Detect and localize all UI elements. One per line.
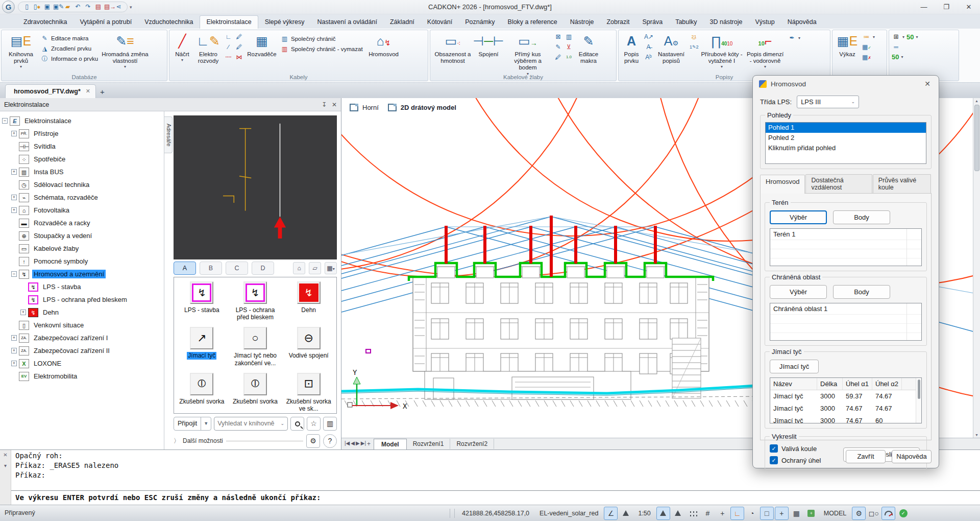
- tree-item-lps-ochrana-p-ed-bleskem[interactable]: ↯ LPS - ochrana před bleskem: [0, 293, 164, 306]
- new-template-icon[interactable]: ▯✱: [33, 3, 41, 11]
- jimaci-tyc-table[interactable]: NázevDélkaÚhel α1Úhel α2 Jímací tyč30005…: [770, 377, 922, 423]
- tray-pen-icon[interactable]: 🖉: [554, 53, 562, 61]
- symbol-item-vodiv-spojen-[interactable]: ⊖ Vodivé spojení: [282, 327, 335, 367]
- ribbon-tab-n-pov-da[interactable]: Nápověda: [781, 15, 823, 29]
- tree-item-p-stroje[interactable]: + PŘ. Přístroje: [0, 127, 164, 140]
- ribbon-tab-elektroinstalace[interactable]: Elektroinstalace: [200, 15, 258, 29]
- status-settings-icon[interactable]: ⚙: [852, 507, 866, 520]
- primy-kus-button[interactable]: ▭→ Přímý kus výběrem a bodem▾: [504, 32, 551, 72]
- label-strike-icon[interactable]: A̶: [644, 43, 653, 51]
- zrcadleni-prvku-button[interactable]: ◮Zrcadlení prvku: [40, 44, 98, 53]
- label-small-icon[interactable]: Aᵇ: [644, 53, 653, 61]
- view-cube-icon[interactable]: [350, 104, 358, 111]
- teren-item[interactable]: Terén 1: [770, 229, 921, 240]
- letter-tab-c[interactable]: C: [226, 262, 248, 275]
- help-icon[interactable]: ?: [323, 434, 337, 448]
- new-file-icon[interactable]: ▯: [22, 3, 31, 11]
- app-logo-icon[interactable]: G: [2, 1, 15, 13]
- column-header[interactable]: Délka: [817, 378, 843, 390]
- tree-expander-icon[interactable]: +: [11, 361, 17, 366]
- tree-item-venkovn-situace[interactable]: ▯ Venkovní situace: [0, 319, 164, 331]
- status-ok-icon[interactable]: ✓: [896, 507, 910, 520]
- tree-item-stoupa-ky-a-veden-[interactable]: ⊕ Stoupačky a vedení: [0, 229, 164, 242]
- layout-nav-buttons[interactable]: |◀ ◀ ▶ ▶| +: [341, 440, 374, 447]
- ribbon-tab-pozn-mky[interactable]: Poznámky: [459, 15, 501, 29]
- tree-expander-icon[interactable]: +: [11, 195, 17, 200]
- search-input[interactable]: [217, 420, 280, 427]
- command-prompt[interactable]: Ve výkresu ENTER potvrdí nebo ESC zruší …: [11, 490, 980, 505]
- scale-bottom-value[interactable]: 50: [892, 53, 899, 61]
- search-chevron-icon[interactable]: ⌄: [280, 421, 284, 426]
- view-direction-label[interactable]: Horní: [362, 104, 379, 111]
- table-delete-icon[interactable]: ▦✗: [862, 53, 871, 61]
- gear-icon[interactable]: ⚙: [306, 434, 320, 448]
- pohled-item[interactable]: Pohled 1: [766, 123, 926, 133]
- symbol-item-lps-ochrana-p-ed-bleskem[interactable]: ↯ LPS - ochrana před bleskem: [229, 281, 282, 322]
- status-otrack-icon[interactable]: ◔: [745, 507, 759, 520]
- favorites-star-icon[interactable]: ☆: [307, 417, 321, 431]
- spolecny-chranic-button[interactable]: ▥Společný chránič: [280, 35, 363, 43]
- tree-item-fotovoltaika[interactable]: + ⌂ Fotovoltaika: [0, 204, 164, 217]
- layout-tab-rozvržení2[interactable]: Rozvržení2: [450, 439, 494, 449]
- tree-expander-icon[interactable]: +: [11, 348, 17, 353]
- doc-close-icon[interactable]: ✕: [86, 88, 90, 94]
- prirubove-koty-button[interactable]: ∏4010 Přírubové kóty - vytažené I▾: [701, 32, 743, 72]
- tree-expander-icon[interactable]: +: [11, 169, 17, 175]
- status-scale-value[interactable]: 1:50: [633, 510, 655, 517]
- ribbon-tab-tabulky[interactable]: Tabulky: [669, 15, 703, 29]
- tree-item-spot-ebi-e[interactable]: ⁘ Spotřebiče: [0, 153, 164, 165]
- ribbon-tab-vzduchotechnika[interactable]: Vzduchotechnika: [138, 15, 199, 29]
- tree-expander-icon[interactable]: +: [20, 310, 26, 315]
- library-search-box[interactable]: ⌄: [214, 417, 288, 431]
- symbol-item-dehn[interactable]: ↯ Dehn: [282, 281, 335, 322]
- status-annotation-scale-icon[interactable]: [619, 507, 632, 520]
- cmd-expand-icon[interactable]: ▾: [4, 463, 7, 468]
- columns-icon[interactable]: ▥: [323, 417, 337, 431]
- ribbon-tab-zdravotechnika[interactable]: Zdravotechnika: [17, 15, 73, 29]
- visual-style-label[interactable]: 2D drátový model: [401, 104, 456, 111]
- cmd-close-icon[interactable]: ✕: [3, 452, 7, 458]
- pohled-item[interactable]: Kliknutím přidat pohled: [766, 143, 926, 153]
- pin-icon[interactable]: ↧: [322, 101, 327, 108]
- visual-style-icon[interactable]: [388, 104, 397, 111]
- chranena-oblast-list[interactable]: Chráněná oblast 1: [770, 303, 922, 341]
- tray-edit-icon[interactable]: ✎: [554, 43, 562, 51]
- dialog-tab-pr-v-s-valiv-koule[interactable]: Průvěs valivé koule: [873, 174, 931, 193]
- number-21-icon[interactable]: 2̲1: [690, 33, 698, 41]
- status-grid-icon[interactable]: #: [701, 507, 715, 520]
- ribbon-tab-zobrazit[interactable]: Zobrazit: [600, 15, 635, 29]
- cable-dashed-icon[interactable]: ᠁: [224, 53, 233, 61]
- tree-item-pomocn-symboly[interactable]: ↑ Pomocné symboly: [0, 255, 164, 268]
- vertical-scrollbar[interactable]: ▲ ▼: [973, 98, 980, 438]
- popis-prvku-button[interactable]: A Popis prvku: [621, 32, 642, 72]
- letter-tab-b[interactable]: B: [200, 262, 222, 275]
- expand-chevron-icon[interactable]: 〉: [174, 437, 180, 445]
- add-layout-icon[interactable]: +: [367, 440, 371, 447]
- layout-tab-rozvržení1[interactable]: Rozvržení1: [407, 439, 451, 449]
- ribbon-tab-spr-va[interactable]: Správa: [636, 15, 669, 29]
- teren-body-button[interactable]: Body: [833, 210, 890, 224]
- tree-item-insta-bus[interactable]: + ▥ Insta BUS: [0, 165, 164, 178]
- undo-icon[interactable]: ↶: [74, 3, 82, 11]
- zavrit-button[interactable]: Zavřít: [846, 450, 886, 463]
- cable-brush2-icon[interactable]: 🖉: [235, 43, 243, 51]
- napoveda-button[interactable]: Nápověda: [892, 450, 932, 463]
- teren-list[interactable]: Terén 1: [770, 228, 922, 266]
- pohled-item[interactable]: Pohled 2: [766, 133, 926, 143]
- eyedropper-icon[interactable]: ✒: [788, 34, 796, 42]
- nacrt-button[interactable]: ╱ Náčrt▾: [172, 32, 192, 72]
- status-annotation-autoscale-icon[interactable]: [656, 507, 670, 520]
- status-hatch-icon[interactable]: ▦: [790, 507, 803, 520]
- print-icon[interactable]: ▤: [94, 3, 103, 11]
- jimaci-tyc-button[interactable]: Jímací tyč: [770, 360, 819, 373]
- nastaveni-popisu-button[interactable]: A⚙ Nastavení popisů: [655, 32, 687, 72]
- dialog-tab-dostate-n-vzd-lenost[interactable]: Dostatečná vzdálenost: [805, 174, 872, 193]
- list-icon[interactable]: ≔: [862, 33, 871, 41]
- scroll-down-icon[interactable]: ▼: [975, 433, 978, 437]
- cable-angle-icon[interactable]: ∕: [224, 43, 233, 51]
- tree-item-sd-lovac-technika[interactable]: ◷ Sdělovací technika: [0, 178, 164, 191]
- symbol-item-j-mac-ty-[interactable]: ↗ Jímací tyč: [175, 327, 229, 367]
- editace-makra-button[interactable]: ✎Editace makra: [40, 34, 98, 42]
- tree-expander-icon[interactable]: −: [11, 271, 17, 277]
- palette-close-icon[interactable]: ✕: [332, 101, 337, 108]
